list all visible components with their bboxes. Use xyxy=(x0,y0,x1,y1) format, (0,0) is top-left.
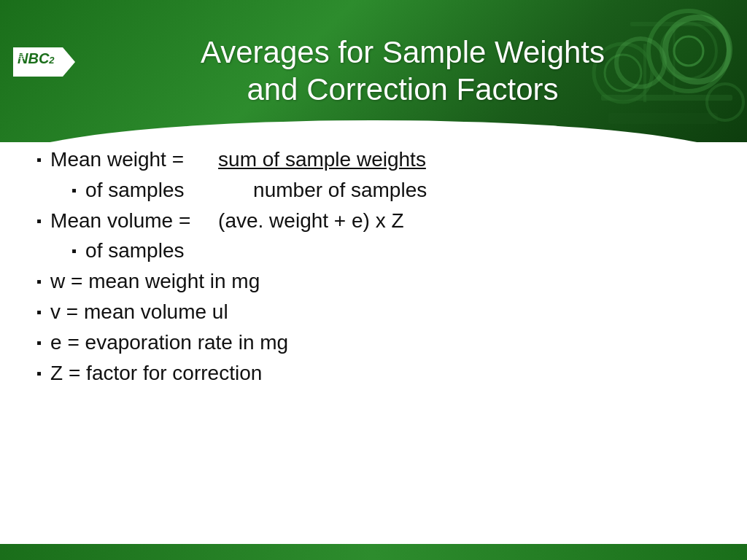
header: Averages for Sample Weights and Correcti… xyxy=(0,0,747,142)
slide: Averages for Sample Weights and Correcti… xyxy=(0,0,747,560)
of-samples-label-1: of samples xyxy=(85,176,253,204)
content-area: ▪ Mean weight = sum of sample weights ▪ … xyxy=(0,135,747,544)
bullet-content: of samples xyxy=(85,237,253,265)
of-samples-label-2: of samples xyxy=(85,237,253,265)
logo-text: |||| NBC2 xyxy=(18,50,55,67)
bullet-icon: ▪ xyxy=(36,150,42,170)
bullet-list: ▪ Mean weight = sum of sample weights ▪ … xyxy=(36,146,718,386)
bullet-content: Z = factor for correction xyxy=(50,359,320,387)
bullet-icon: ▪ xyxy=(36,333,42,353)
list-item: ▪ of samples number of samples xyxy=(36,176,718,204)
bullet-content: of samples number of samples xyxy=(85,176,427,204)
header-title: Averages for Sample Weights and Correcti… xyxy=(84,27,663,115)
bullet-content: Mean volume = (ave. weight + e) x Z xyxy=(50,207,403,235)
bullet-icon: ▪ xyxy=(71,181,77,201)
svg-point-2 xyxy=(674,36,703,66)
mean-volume-formula: (ave. weight + e) x Z xyxy=(218,207,403,235)
bottom-bar xyxy=(0,544,747,560)
list-item: ▪ Mean volume = (ave. weight + e) x Z xyxy=(36,207,718,235)
title-line2: and Correction Factors xyxy=(201,71,605,108)
nbc2-logo: |||| NBC2 xyxy=(13,40,93,95)
mean-weight-label: Mean weight = xyxy=(50,146,218,174)
bullet-icon: ▪ xyxy=(36,364,42,384)
logo-superscript: 2 xyxy=(49,55,54,66)
list-item: ▪ of samples xyxy=(36,237,718,265)
list-item: ▪ w = mean weight in mg xyxy=(36,268,718,295)
bullet-icon: ▪ xyxy=(71,241,77,261)
bullet-icon: ▪ xyxy=(36,303,42,322)
w-def: w = mean weight in mg xyxy=(50,268,320,295)
list-item: ▪ Mean weight = sum of sample weights xyxy=(36,146,718,174)
bullet-content: w = mean weight in mg xyxy=(50,268,320,295)
svg-rect-6 xyxy=(630,22,718,26)
bullet-content: e = evaporation rate in mg xyxy=(50,329,320,357)
dna-icon: |||| xyxy=(19,52,26,59)
list-item: ▪ v = mean volume ul xyxy=(36,298,718,326)
bullet-content: v = mean volume ul xyxy=(50,298,320,326)
sum-of-sample-weights: sum of sample weights xyxy=(218,146,426,174)
e-def: e = evaporation rate in mg xyxy=(50,329,320,357)
list-item: ▪ Z = factor for correction xyxy=(36,359,718,387)
v-def: v = mean volume ul xyxy=(50,298,320,326)
bullet-icon: ▪ xyxy=(36,211,42,231)
bullet-content: Mean weight = sum of sample weights xyxy=(50,146,426,174)
bullet-icon: ▪ xyxy=(36,272,42,292)
z-def: Z = factor for correction xyxy=(50,359,320,387)
title-line1: Averages for Sample Weights xyxy=(201,34,605,71)
svg-point-10 xyxy=(707,84,743,120)
list-item: ▪ e = evaporation rate in mg xyxy=(36,329,718,357)
number-of-samples: number of samples xyxy=(253,176,427,204)
mean-volume-label: Mean volume = xyxy=(50,207,218,235)
